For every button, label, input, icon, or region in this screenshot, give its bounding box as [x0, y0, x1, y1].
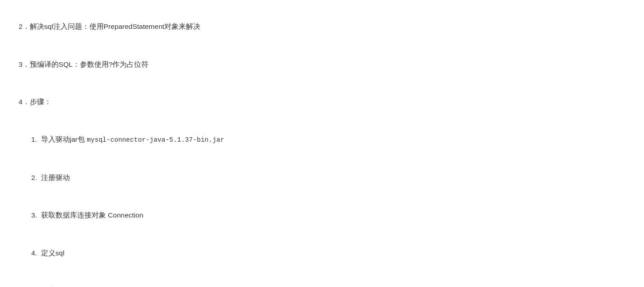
list-item: 4．步骤：: [11, 83, 633, 120]
text-content: 2．解决sql注入问题：使用PreparedStatement对象来解决: [19, 23, 200, 30]
text-content: 3．预编译的SQL：参数使用?作为占位符: [19, 60, 148, 68]
text-content: 3. 获取数据库连接对象 Connection: [31, 211, 143, 219]
list-item: 1. 导入驱动jar包 mysql-connector-java-5.1.37-…: [11, 121, 633, 158]
list-item: 3. 获取数据库连接对象 Connection: [11, 197, 633, 233]
code-text: mysql-connector-java-5.1.37-bin.jar: [87, 136, 224, 144]
text-content: 1. 导入驱动jar包: [31, 135, 87, 143]
text-content: 2. 注册驱动: [31, 174, 70, 181]
list-item: 2．解决sql注入问题：使用PreparedStatement对象来解决: [11, 8, 633, 45]
content-area: 2．解决sql注入问题：使用PreparedStatement对象来解决 3．预…: [11, 8, 633, 287]
list-item: 2. 注册驱动: [11, 159, 633, 196]
text-content: 4. 定义sql: [31, 249, 64, 257]
list-item: 3．预编译的SQL：参数使用?作为占位符: [11, 46, 633, 82]
list-item: 4. 定义sql: [11, 235, 633, 271]
text-content: 4．步骤：: [19, 98, 51, 106]
list-item: * 注意：sql的参数使用？作为占位符。 如：select * from use…: [11, 272, 633, 287]
